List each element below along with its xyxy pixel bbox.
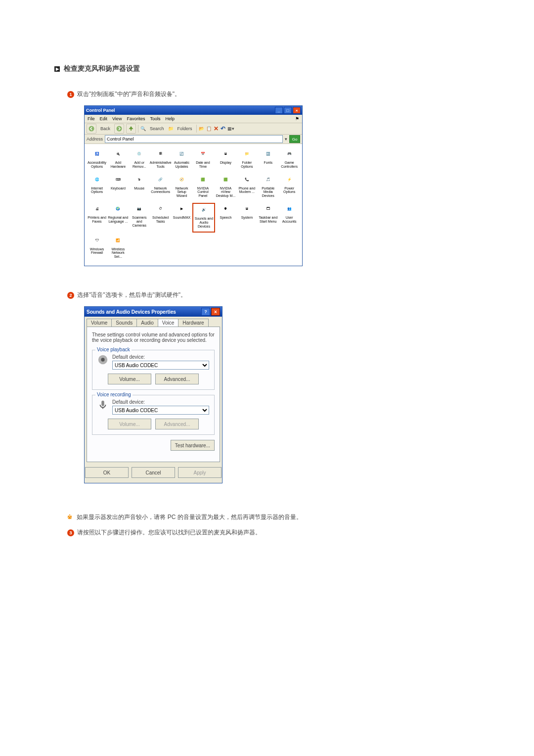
tab-volume[interactable]: Volume — [87, 319, 112, 327]
cp-item-icon: 🔊 — [198, 204, 210, 216]
svg-point-3 — [101, 358, 104, 361]
control-panel-item[interactable]: 📶Wireless Network Set... — [108, 235, 129, 262]
recording-device-select[interactable]: USB Audio CODEC — [112, 406, 209, 415]
menu-file[interactable]: File — [88, 116, 95, 121]
address-label: Address — [87, 137, 103, 142]
control-panel-item[interactable]: 💿Add or Remov... — [129, 148, 150, 172]
cp-item-icon: 🔄 — [176, 148, 188, 160]
copy-to-icon[interactable]: 📋 — [206, 126, 212, 131]
step-2-text: 选择"语音"选项卡，然后单击"测试硬件"。 — [77, 291, 186, 299]
toolbar: Back 🔍 Search 📁 Folders 📂 📋 ✕ ↶ ▦▾ — [85, 123, 302, 135]
control-panel-item[interactable]: 🛠Administrative Tools — [150, 148, 171, 172]
playback-advanced-button[interactable]: Advanced... — [155, 374, 199, 384]
control-panel-window: Control Panel _ □ × File Edit View Favor… — [84, 105, 303, 266]
maximize-button[interactable]: □ — [284, 107, 292, 114]
control-panel-item[interactable]: ▶SoundMAX — [172, 203, 192, 232]
control-panel-item[interactable]: 🔗Network Connections — [150, 174, 171, 201]
cp-item-icon: 🗣 — [220, 203, 231, 215]
cancel-button[interactable]: Cancel — [132, 467, 175, 478]
control-panel-item[interactable]: ♿Accessibility Options — [87, 148, 107, 172]
control-panel-item[interactable]: 🖱Mouse — [129, 174, 150, 201]
control-panel-item[interactable]: 🖨Printers and Faxes — [87, 203, 107, 232]
minimize-button[interactable]: _ — [275, 107, 283, 114]
folders-icon[interactable]: 📁 — [168, 126, 174, 131]
dialog-titlebar: Sounds and Audio Devices Properties ? × — [85, 307, 222, 317]
move-to-icon[interactable]: 📂 — [199, 126, 204, 131]
cp-item-label: Game Controllers — [279, 161, 300, 168]
menu-help[interactable]: Help — [165, 116, 175, 121]
control-panel-item[interactable]: 🔌Add Hardware — [108, 148, 129, 172]
close-button[interactable]: × — [293, 107, 301, 114]
control-panel-item[interactable]: 🛡Windows Firewall — [87, 235, 107, 262]
control-panel-item[interactable]: 🗣Speech — [215, 203, 236, 232]
control-panel-item[interactable]: 🧭Network Setup Wizard — [172, 174, 192, 201]
ok-button[interactable]: OK — [85, 467, 129, 478]
test-hardware-button[interactable]: Test hardware... — [171, 440, 215, 451]
playback-volume-button[interactable]: Volume... — [108, 374, 151, 384]
menu-favorites[interactable]: Favorites — [127, 116, 145, 121]
control-panel-item[interactable]: 🌐Internet Options — [87, 174, 107, 201]
cp-item-label: System — [241, 216, 253, 220]
control-panel-item[interactable]: 🎵Portable Media Devices — [258, 174, 278, 201]
search-icon[interactable]: 🔍 — [140, 126, 146, 131]
control-panel-item[interactable]: 📅Date and Time — [192, 148, 213, 172]
cp-item-icon: 🖱 — [134, 174, 145, 186]
cp-item-label: Date and Time — [192, 161, 213, 168]
delete-icon[interactable]: ✕ — [214, 125, 219, 132]
cp-item-label: Network Setup Wizard — [172, 187, 192, 198]
control-panel-item[interactable]: 🟩NVIDIA nView Desktop M... — [215, 174, 236, 201]
views-icon[interactable]: ▦▾ — [227, 126, 234, 131]
step-3-text: 请按照以下步骤进行操作。您应该可以找到已设置的麦克风和扬声器。 — [77, 528, 261, 537]
voice-recording-group: Voice recording Default device: USB Audi… — [92, 395, 215, 435]
control-panel-item[interactable]: 🌍Regional and Language ... — [108, 203, 129, 232]
address-dropdown-icon[interactable]: ▾ — [285, 137, 287, 142]
cp-item-icon: ♿ — [91, 148, 103, 160]
control-panel-item[interactable]: 🔄Automatic Updates — [172, 148, 192, 172]
cp-item-icon: ⌨ — [112, 174, 124, 186]
control-panel-item[interactable]: 🟩NVIDIA Control Panel — [192, 174, 213, 201]
close-button[interactable]: × — [211, 308, 220, 316]
undo-icon[interactable]: ↶ — [221, 125, 225, 132]
address-bar: Address ▾ Go — [85, 135, 302, 144]
control-panel-item[interactable]: 🗔Taskbar and Start Menu — [258, 203, 278, 232]
step-bullet-1-icon: 1 — [67, 91, 74, 98]
control-panel-item[interactable]: 🔊Sounds and Audio Devices — [192, 203, 215, 232]
menu-tools[interactable]: Tools — [150, 116, 160, 121]
search-label[interactable]: Search — [148, 126, 166, 131]
cp-item-label: Portable Media Devices — [258, 187, 278, 198]
control-panel-item[interactable]: 🖥Display — [215, 148, 236, 172]
control-panel-item[interactable]: 🖥System — [236, 203, 257, 232]
control-panel-item[interactable]: 📷Scanners and Cameras — [129, 203, 150, 232]
separator-icon — [196, 125, 197, 133]
help-button[interactable]: ? — [201, 308, 210, 316]
control-panel-item[interactable]: ⌨Keyboard — [108, 174, 129, 201]
back-button[interactable] — [87, 124, 96, 134]
address-input[interactable] — [105, 135, 283, 143]
playback-device-select[interactable]: USB Audio CODEC — [112, 361, 209, 370]
forward-button[interactable] — [114, 124, 124, 134]
tab-voice[interactable]: Voice — [158, 319, 178, 327]
control-panel-item[interactable]: ⏱Scheduled Tasks — [150, 203, 171, 232]
go-button[interactable]: Go — [289, 135, 300, 143]
cp-item-icon: 👥 — [283, 203, 295, 215]
up-button[interactable] — [126, 124, 136, 134]
step-2: 2 选择"语音"选项卡，然后单击"测试硬件"。 — [67, 291, 480, 299]
menu-view[interactable]: View — [112, 116, 122, 121]
tab-audio[interactable]: Audio — [136, 319, 158, 327]
control-panel-item[interactable]: 👥User Accounts — [279, 203, 300, 232]
menu-edit[interactable]: Edit — [100, 116, 108, 121]
cp-item-label: Automatic Updates — [172, 161, 192, 168]
control-panel-item[interactable]: 📁Folder Options — [236, 148, 257, 172]
tab-sounds[interactable]: Sounds — [111, 319, 137, 327]
svg-point-0 — [89, 126, 94, 132]
control-panel-item[interactable]: 📞Phone and Modem ... — [236, 174, 257, 201]
tab-hardware[interactable]: Hardware — [178, 319, 208, 327]
cp-item-label: Wireless Network Set... — [108, 247, 129, 259]
control-panel-item[interactable]: 🎮Game Controllers — [279, 148, 300, 172]
folders-label[interactable]: Folders — [176, 126, 194, 131]
panel-description: These settings control volume and advanc… — [92, 332, 215, 343]
control-panel-item[interactable]: ⚡Power Options — [279, 174, 300, 201]
cp-item-icon: 🟩 — [220, 174, 231, 186]
cp-item-label: NVIDIA Control Panel — [192, 187, 213, 198]
control-panel-item[interactable]: 🔤Fonts — [258, 148, 278, 172]
